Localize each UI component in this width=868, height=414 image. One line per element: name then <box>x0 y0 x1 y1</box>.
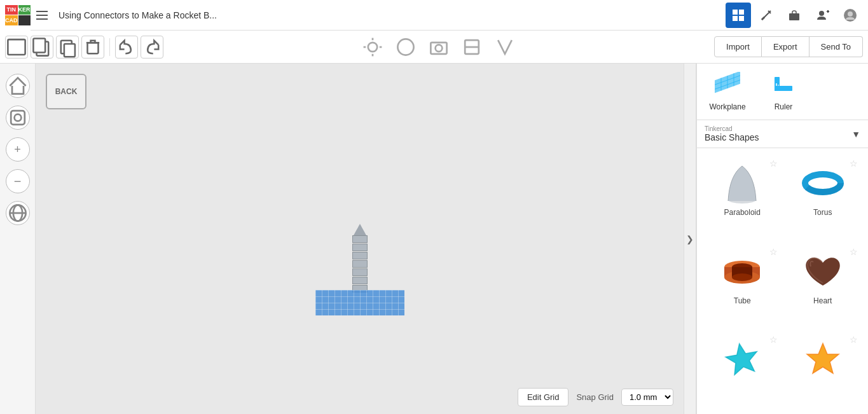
project-title: Using Connectors to Make a Rocket B... <box>53 10 726 20</box>
left-toolbar: + − <box>0 64 36 414</box>
svg-rect-15 <box>88 43 99 53</box>
shapes-name: Basic Shapes <box>705 132 759 142</box>
fit-view-btn[interactable] <box>6 106 30 130</box>
svg-point-9 <box>848 11 853 17</box>
shape-torus[interactable]: ☆ Torus <box>783 153 864 242</box>
shapes-dropdown[interactable]: Tinkercad Basic Shapes ▼ <box>697 120 868 148</box>
paraboloid-label: Paraboloid <box>724 208 761 217</box>
copy-btn[interactable] <box>31 36 53 59</box>
snap-grid-select[interactable]: 1.0 mm 0.5 mm 0.1 mm 2.0 mm <box>621 389 673 406</box>
logo-cell-empty <box>18 15 31 25</box>
action-buttons: Import Export Send To <box>714 36 863 57</box>
heart-icon <box>797 249 848 294</box>
view-tools <box>166 36 712 59</box>
top-nav: TIN KER CAD Using Connectors to Make a R… <box>0 0 868 31</box>
duplicate-btn[interactable] <box>56 36 79 59</box>
pickaxe-btn[interactable] <box>754 3 779 28</box>
3d-view-btn[interactable] <box>6 201 30 225</box>
briefcase-btn[interactable] <box>782 3 807 28</box>
logo-cell-tin: TIN <box>5 5 18 15</box>
star-gold-icon <box>797 337 848 382</box>
ruler-btn[interactable]: Ruler <box>758 69 809 114</box>
paraboloid-icon <box>717 161 768 205</box>
shape-star-teal[interactable]: ☆ <box>702 329 783 409</box>
shape-star-icon[interactable]: ☆ <box>850 247 858 257</box>
svg-rect-26 <box>11 111 25 125</box>
shape-star-icon[interactable]: ☆ <box>769 335 778 345</box>
export-btn[interactable]: Export <box>762 36 809 57</box>
shape-grid: ☆ Paraboloid ☆ <box>697 148 868 414</box>
delete-btn[interactable] <box>81 36 104 59</box>
rocket-body <box>351 224 369 293</box>
svg-rect-38 <box>775 77 780 91</box>
zoom-out-btn[interactable]: − <box>6 169 30 193</box>
workplane-btn[interactable]: Workplane <box>702 69 753 114</box>
logo[interactable]: TIN KER CAD <box>0 0 31 31</box>
scene-container <box>36 64 684 414</box>
workplane-icon <box>713 72 741 100</box>
right-panel: Workplane Ruler <box>696 64 868 414</box>
light-tool-btn[interactable] <box>361 36 384 59</box>
shapes-info: Tinkercad Basic Shapes <box>705 125 759 142</box>
ruler-icon <box>769 72 797 100</box>
svg-rect-0 <box>733 10 738 15</box>
import-btn[interactable]: Import <box>714 36 762 57</box>
menu-icon[interactable] <box>31 0 53 31</box>
send-to-btn[interactable]: Send To <box>809 36 863 57</box>
logo-cell-ker: KER <box>18 5 31 15</box>
shape-tube[interactable]: ☆ Tube <box>702 242 783 330</box>
nav-right <box>726 3 868 28</box>
grid-pattern <box>315 290 404 315</box>
shape-star-gold[interactable]: ☆ <box>783 329 864 409</box>
toolbar: Import Export Send To <box>0 31 868 64</box>
zoom-in-btn[interactable]: + <box>6 137 30 162</box>
rocket-segment <box>352 268 368 276</box>
rocket-segment <box>352 244 368 251</box>
shapes-category: Tinkercad <box>705 125 759 132</box>
main-layout: + − BACK <box>0 64 868 414</box>
rocket-tip <box>354 224 366 235</box>
shape-tool-btn[interactable] <box>394 36 417 59</box>
plus-icon: + <box>14 144 21 155</box>
svg-rect-10 <box>8 39 25 55</box>
shape-heart[interactable]: ☆ Heart <box>783 242 864 330</box>
canvas-area[interactable]: BACK <box>36 64 684 414</box>
rocket-segment <box>352 252 368 259</box>
edit-grid-btn[interactable]: Edit Grid <box>518 388 569 406</box>
rocket-segment <box>352 235 368 243</box>
shape-star-icon[interactable]: ☆ <box>850 158 858 169</box>
ruler-label: Ruler <box>775 102 793 111</box>
svg-point-53 <box>732 273 752 281</box>
svg-rect-12 <box>33 38 45 52</box>
shape-star-icon[interactable]: ☆ <box>769 158 778 169</box>
dropdown-arrow-icon: ▼ <box>851 129 860 139</box>
bottom-bar: Edit Grid Snap Grid 1.0 mm 0.5 mm 0.1 mm… <box>518 388 673 406</box>
svg-point-23 <box>436 45 443 52</box>
mirror-tool-btn[interactable] <box>493 36 516 59</box>
grid-platform <box>315 290 404 315</box>
shape-star-icon[interactable]: ☆ <box>850 335 858 345</box>
svg-rect-14 <box>64 43 75 56</box>
collapse-handle[interactable]: ❯ <box>684 64 696 414</box>
logo-cell-cad: CAD <box>5 15 18 25</box>
undo-btn[interactable] <box>115 36 138 59</box>
redo-btn[interactable] <box>141 36 163 59</box>
add-user-btn[interactable] <box>809 3 835 28</box>
home-view-btn[interactable] <box>6 74 30 98</box>
camera-tool-btn[interactable] <box>427 36 450 59</box>
align-tool-btn[interactable] <box>460 36 483 59</box>
snap-grid-label: Snap Grid <box>576 392 614 402</box>
shape-star-icon[interactable]: ☆ <box>769 247 778 257</box>
new-workplane-btn[interactable] <box>5 36 28 59</box>
svg-rect-3 <box>739 16 744 21</box>
panel-tools: Workplane Ruler <box>697 64 868 120</box>
grid-view-btn[interactable] <box>726 3 751 28</box>
profile-btn[interactable] <box>837 3 863 28</box>
tube-label: Tube <box>734 296 751 305</box>
svg-rect-4 <box>789 13 799 20</box>
rocket-segment <box>352 277 368 284</box>
separator <box>109 38 110 56</box>
rocket-scene <box>296 188 424 315</box>
shape-paraboloid[interactable]: ☆ Paraboloid <box>702 153 783 242</box>
svg-point-5 <box>819 11 824 16</box>
